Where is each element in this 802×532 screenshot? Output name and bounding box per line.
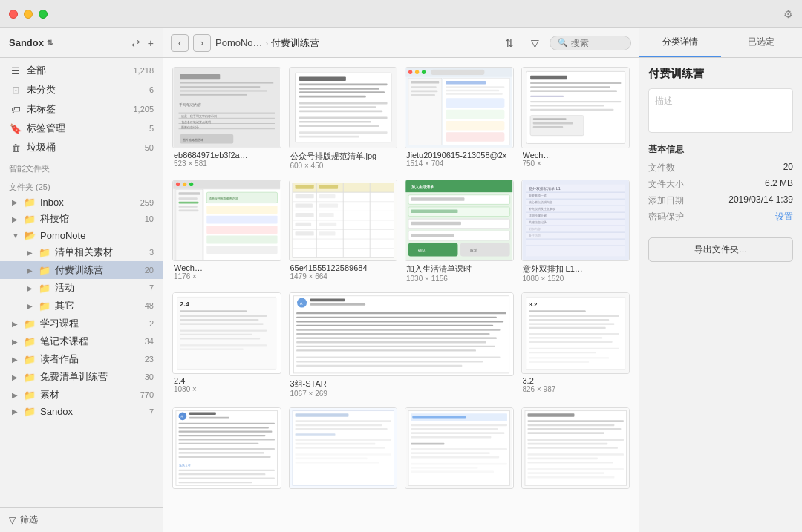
svg-rect-53 xyxy=(530,76,567,79)
expand-arrow-study: ▶ xyxy=(12,320,21,328)
grid-item-10[interactable]: A xyxy=(289,292,514,401)
grid-item-5[interactable]: 清单应用界面截图内容 Wech… 1176 × xyxy=(172,180,281,285)
svg-rect-97 xyxy=(295,185,313,188)
sidebar-item-sandox[interactable]: ▶ 📁 Sandox 7 xyxy=(0,404,163,419)
svg-rect-99 xyxy=(295,194,313,198)
search-input[interactable] xyxy=(571,38,623,48)
svg-rect-146 xyxy=(180,310,247,312)
sidebar-item-uncategorized[interactable]: ⊡ 未分类 6 xyxy=(0,80,163,99)
sidebar-item-notes-course[interactable]: ▶ 📁 笔记术课程 34 xyxy=(0,332,163,350)
settings-icon[interactable]: ⚙ xyxy=(783,8,793,20)
sidebar-item-inbox[interactable]: ▶ 📁 Inbox 259 xyxy=(0,194,163,210)
minimize-button[interactable] xyxy=(24,10,33,19)
svg-text:乐活人生: 乐活人生 xyxy=(179,464,191,467)
forward-button[interactable]: › xyxy=(193,34,211,52)
svg-rect-220 xyxy=(295,458,367,460)
svg-rect-152 xyxy=(180,338,260,339)
grid-item-9[interactable]: 2.4 2.4 1080 × xyxy=(172,292,281,401)
search-box[interactable]: 🔍 xyxy=(550,36,631,50)
grid-item-13[interactable] xyxy=(289,407,398,493)
svg-rect-25 xyxy=(299,111,382,113)
svg-rect-59 xyxy=(530,105,604,106)
grid-item-6-info: 65e41555122589684 1479 × 664 xyxy=(289,261,398,283)
sidebar-item-study[interactable]: ▶ 📁 学习课程 2 xyxy=(0,315,163,332)
grid-item-1[interactable]: 手写笔记内容 这是一段手写文字内容示例 包含各种笔记要点说明 重要信息记录 图片… xyxy=(172,67,281,172)
grid-item-14[interactable] xyxy=(405,407,514,493)
sidebar-item-activity[interactable]: ▶ 📁 活动 7 xyxy=(0,279,163,297)
grid-item-4[interactable]: Wech… 750 × xyxy=(521,67,630,172)
grid-item-3[interactable]: Jietu20190615-213058@2x 1514 × 704 xyxy=(405,67,514,172)
back-button[interactable]: ‹ xyxy=(171,34,189,52)
svg-rect-168 xyxy=(296,341,486,343)
sidebar-item-paid-camp[interactable]: ▶ 📁 付费训练营 20 xyxy=(0,261,163,279)
svg-rect-186 xyxy=(529,352,596,353)
filter-toolbar-button[interactable]: ▽ xyxy=(524,33,545,53)
sidebar-item-free-camp[interactable]: ▶ 📁 免费清单训练营 30 xyxy=(0,368,163,386)
grid-item-15[interactable] xyxy=(521,407,630,493)
thumb-13 xyxy=(289,407,398,489)
close-button[interactable] xyxy=(9,10,18,19)
svg-rect-215 xyxy=(295,434,335,436)
svg-rect-160 xyxy=(310,303,365,306)
sidebar-item-tech[interactable]: ▶ 📁 科技馆 10 xyxy=(0,210,163,228)
svg-rect-188 xyxy=(529,361,589,362)
sidebar-add-button[interactable]: + xyxy=(148,37,154,49)
sidebar-item-pomonote[interactable]: ▼ 📂 PomoNote xyxy=(0,228,163,243)
sidebar-transfer-button[interactable]: ⇄ xyxy=(131,37,140,49)
filter-icon: ▽ xyxy=(9,515,16,525)
svg-rect-242 xyxy=(527,428,621,430)
grid-item-8-info: 意外双排扣 L1… 1080 × 1520 xyxy=(521,261,630,285)
svg-rect-103 xyxy=(295,213,313,217)
svg-rect-194 xyxy=(189,417,229,419)
svg-rect-218 xyxy=(295,447,384,450)
panel-tab-category[interactable]: 分类详情 xyxy=(639,28,721,57)
panel-info-link-password[interactable]: 设置 xyxy=(775,211,793,223)
sidebar-item-reader-works[interactable]: ▶ 📁 读者作品 23 xyxy=(0,350,163,368)
panel-desc-box[interactable]: 描述 xyxy=(648,88,793,133)
svg-rect-73 xyxy=(179,202,199,204)
sidebar-item-all[interactable]: ☰ 全部 1,218 xyxy=(0,61,163,80)
svg-rect-243 xyxy=(527,433,604,435)
sidebar-title: Sandox ⇅ xyxy=(9,37,53,48)
breadcrumb-root[interactable]: PomoNo… xyxy=(215,37,263,48)
grid-item-6[interactable]: 65e41555122589684 1479 × 664 xyxy=(289,180,398,285)
folder-icon-tech: 📁 xyxy=(24,214,36,225)
thumb-10: A xyxy=(289,292,514,377)
svg-rect-154 xyxy=(180,348,243,349)
svg-rect-117 xyxy=(411,222,461,225)
svg-text:丹: 丹 xyxy=(180,416,183,419)
grid-item-11[interactable]: 3.2 3 xyxy=(521,292,630,401)
panel-tab-selected[interactable]: 已选定 xyxy=(721,28,803,57)
maximize-button[interactable] xyxy=(39,10,48,19)
sidebar-item-materials-label: 素材 xyxy=(40,388,137,401)
sidebar-item-materials[interactable]: ▶ 📁 素材 770 xyxy=(0,386,163,404)
svg-rect-101 xyxy=(295,203,312,207)
sidebar-item-checklist[interactable]: ▶ 📁 清单相关素材 3 xyxy=(0,243,163,261)
grid-item-8[interactable]: 意外双排扣清单 L1 重要事项一览 核心要点说明内容 补充说明及注意事项 详细步… xyxy=(521,180,630,285)
thumb-9: 2.4 xyxy=(172,292,281,374)
grid-item-11-name: 3.2 xyxy=(523,376,629,385)
svg-rect-23 xyxy=(299,102,387,105)
filter-button[interactable]: ▽ 筛选 xyxy=(9,513,154,526)
sidebar-item-tags[interactable]: 🔖 标签管理 5 xyxy=(0,119,163,138)
svg-rect-207 xyxy=(179,478,275,479)
panel-section-basic: 基本信息 xyxy=(648,143,793,156)
sidebar-item-uncategorized-count: 6 xyxy=(149,85,154,94)
traffic-lights xyxy=(9,10,48,19)
svg-rect-245 xyxy=(527,443,607,445)
grid-item-2[interactable]: 公众号排版规范清单.jpg 600 × 450 xyxy=(289,67,398,172)
sidebar-item-untagged[interactable]: 🏷 未标签 1,205 xyxy=(0,99,163,119)
sidebar-item-tags-count: 5 xyxy=(149,124,154,133)
svg-rect-217 xyxy=(295,443,375,445)
right-panel-header: 分类详情 已选定 xyxy=(639,28,802,58)
thumb-11: 3.2 xyxy=(521,292,630,374)
grid-item-7[interactable]: 加入生活清单 确认 取消 xyxy=(405,180,514,285)
grid-item-2-name: 公众号排版规范清单.jpg xyxy=(290,151,397,162)
sidebar-item-trash[interactable]: 🗑 垃圾桶 50 xyxy=(0,138,163,157)
sidebar-item-other[interactable]: ▶ 📁 其它 48 xyxy=(0,297,163,315)
grid-item-12[interactable]: 丹 乐活人生 xyxy=(172,407,281,493)
export-folder-button[interactable]: 导出文件夹… xyxy=(648,237,793,262)
sidebar-item-pomonote-label: PomoNote xyxy=(40,230,151,241)
svg-rect-98 xyxy=(319,185,337,188)
sort-button[interactable]: ⇅ xyxy=(499,33,520,53)
